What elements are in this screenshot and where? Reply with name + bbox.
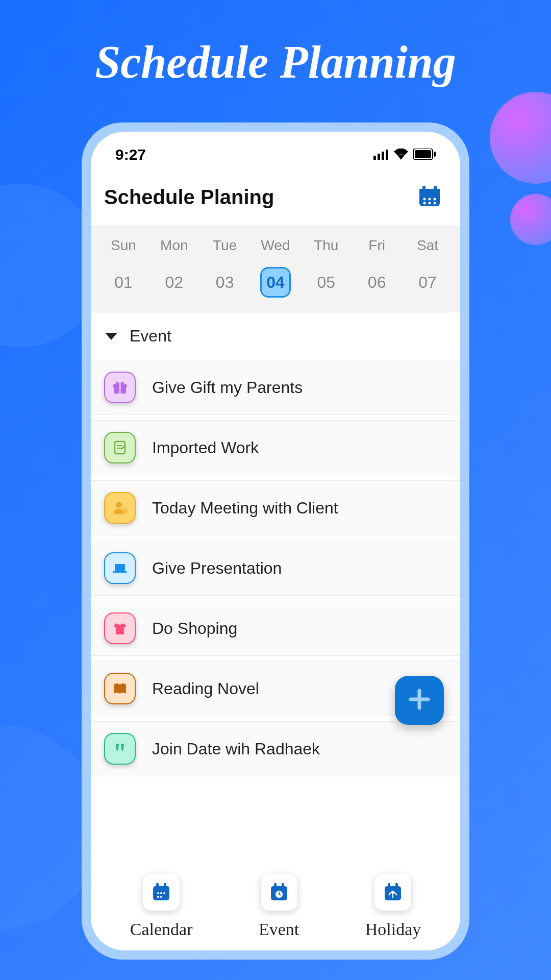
event-icon	[261, 874, 297, 911]
day-number: 01	[108, 267, 139, 298]
svg-rect-32	[156, 883, 159, 888]
day-label: Tue	[213, 237, 237, 254]
svg-rect-33	[164, 883, 166, 888]
day-number: 03	[210, 267, 240, 298]
holiday-icon	[374, 874, 411, 911]
event-item[interactable]: Give Presentation	[91, 541, 460, 596]
bottom-nav: CalendarEventHoliday	[91, 874, 460, 939]
plus-icon	[407, 687, 432, 714]
status-bar: 9:27	[91, 132, 460, 172]
svg-rect-5	[415, 150, 431, 158]
svg-rect-3	[386, 150, 388, 160]
status-time: 9:27	[115, 146, 146, 163]
day-label: Fri	[368, 237, 385, 254]
svg-point-37	[157, 896, 159, 898]
svg-rect-0	[373, 156, 376, 160]
phone-screen: 9:27 Schedule Planing Sun01Mon02Tue03Wed…	[91, 132, 460, 950]
day-number: 04	[260, 267, 291, 298]
chevron-down-icon	[105, 333, 117, 340]
svg-point-34	[157, 892, 159, 894]
svg-point-15	[429, 202, 431, 205]
svg-rect-19	[119, 384, 121, 394]
event-label: Reading Novel	[152, 679, 259, 698]
svg-rect-46	[388, 883, 390, 888]
phone-frame: 9:27 Schedule Planing Sun01Mon02Tue03Wed…	[82, 122, 469, 960]
svg-rect-27	[115, 564, 125, 571]
battery-icon	[413, 146, 436, 163]
event-section-toggle[interactable]: Event	[91, 312, 460, 360]
note-icon	[104, 432, 136, 463]
svg-point-11	[423, 198, 426, 201]
cheers-icon	[104, 733, 136, 765]
event-item[interactable]: Today Meeting with Client	[91, 480, 460, 535]
section-title: Event	[130, 327, 171, 346]
nav-label: Calendar	[130, 920, 193, 939]
event-item[interactable]: Join Date wih Radhaek	[91, 721, 460, 776]
nav-label: Holiday	[365, 920, 421, 939]
day-label: Thu	[314, 237, 338, 254]
signal-icon	[373, 146, 389, 163]
book-icon	[104, 673, 136, 704]
svg-point-38	[160, 896, 162, 898]
svg-point-13	[434, 198, 436, 201]
calendar-toggle-icon[interactable]	[418, 185, 441, 209]
day-number: 06	[362, 267, 392, 298]
svg-rect-40	[274, 883, 277, 888]
day-label: Wed	[261, 237, 290, 254]
status-icons	[373, 146, 436, 163]
shirt-icon	[104, 612, 136, 644]
svg-rect-9	[422, 186, 425, 192]
day-cell[interactable]: Sat07	[407, 237, 448, 298]
event-item[interactable]: Give Gift my Parents	[91, 360, 460, 415]
week-row: Sun01Mon02Tue03Wed04Thu05Fri06Sat07	[91, 226, 460, 312]
calendar-icon	[143, 874, 180, 911]
day-label: Mon	[160, 237, 188, 254]
event-label: Imported Work	[152, 438, 259, 457]
svg-point-16	[434, 202, 436, 205]
svg-rect-1	[378, 154, 380, 160]
event-label: Do Shoping	[152, 619, 237, 638]
svg-rect-41	[282, 883, 284, 888]
laptop-icon	[104, 552, 136, 584]
day-number: 05	[311, 267, 341, 298]
event-label: Give Presentation	[152, 559, 282, 578]
svg-rect-10	[434, 186, 437, 192]
nav-item-holiday[interactable]: Holiday	[365, 874, 421, 939]
svg-point-12	[429, 198, 431, 201]
person-add-icon	[104, 492, 136, 524]
event-label: Today Meeting with Client	[152, 499, 338, 518]
add-event-button[interactable]	[395, 676, 444, 725]
svg-rect-28	[113, 571, 127, 573]
nav-item-calendar[interactable]: Calendar	[130, 874, 193, 939]
app-header: Schedule Planing	[91, 172, 460, 226]
day-cell[interactable]: Fri06	[357, 237, 397, 298]
wifi-icon	[394, 146, 408, 163]
day-cell[interactable]: Sun01	[103, 237, 144, 298]
day-label: Sat	[417, 237, 438, 254]
event-label: Join Date wih Radhaek	[152, 740, 320, 758]
event-item[interactable]: Do Shoping	[91, 601, 460, 656]
svg-rect-6	[434, 152, 436, 157]
svg-point-23	[116, 502, 122, 508]
event-label: Give Gift my Parents	[152, 378, 303, 397]
bg-decoration	[510, 194, 551, 245]
nav-label: Event	[259, 920, 299, 939]
page-title: Schedule Planing	[104, 186, 274, 209]
svg-point-35	[160, 892, 162, 894]
nav-item-event[interactable]: Event	[259, 874, 299, 939]
day-label: Sun	[111, 237, 136, 254]
bg-decoration	[490, 92, 551, 184]
day-cell[interactable]: Mon02	[154, 237, 194, 298]
day-number: 02	[159, 267, 189, 298]
svg-point-14	[423, 202, 426, 205]
day-cell[interactable]: Wed04	[255, 237, 296, 298]
day-cell[interactable]: Thu05	[306, 237, 346, 298]
gift-icon	[104, 372, 136, 403]
promo-title: Schedule Planning	[0, 0, 551, 88]
svg-rect-49	[392, 894, 393, 898]
event-item[interactable]: Imported Work	[91, 420, 460, 475]
day-cell[interactable]: Tue03	[205, 237, 245, 298]
svg-point-36	[163, 892, 165, 894]
svg-rect-2	[382, 152, 384, 160]
svg-point-48	[391, 891, 394, 894]
